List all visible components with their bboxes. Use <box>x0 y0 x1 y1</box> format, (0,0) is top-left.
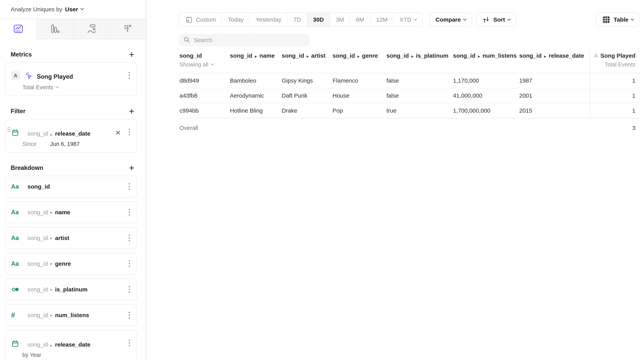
string-type-icon: Aa <box>11 235 20 242</box>
breakdown-kebab-menu[interactable] <box>127 259 132 269</box>
column-header-song-id[interactable]: song_id Showing all <box>179 50 230 73</box>
breakdown-property: song_id <box>28 183 50 190</box>
table-cell[interactable]: Flamenco <box>332 73 386 88</box>
filter-value[interactable]: Jun 6, 1987 <box>50 141 80 147</box>
search-input[interactable] <box>194 37 306 44</box>
table-cell[interactable]: 1,170,000 <box>453 73 519 88</box>
breakdown-card[interactable]: song_id ▸ is_platinum <box>5 279 137 300</box>
remove-filter-button[interactable]: × <box>116 128 120 137</box>
breakdown-property: artist <box>55 235 69 241</box>
breakdown-bucket[interactable]: by Year <box>22 352 41 358</box>
flow-icon <box>86 24 96 35</box>
table-cell[interactable]: false <box>386 88 453 103</box>
view-type-button[interactable]: Table <box>596 13 640 27</box>
range-7d[interactable]: 7D <box>287 13 307 27</box>
sort-button[interactable]: Sort <box>476 13 516 27</box>
metric-kebab-menu[interactable] <box>127 70 132 80</box>
filter-operator[interactable]: Since <box>22 141 36 147</box>
boolean-type-icon <box>11 286 20 293</box>
metric-value-cell[interactable]: 1 <box>590 88 640 103</box>
tab-flow[interactable] <box>73 19 110 39</box>
breakdown-kebab-menu[interactable] <box>127 233 132 243</box>
add-filter-button[interactable]: + <box>129 107 134 115</box>
column-header-genre[interactable]: song_id▸genre <box>332 50 386 73</box>
breakdown-kebab-menu[interactable] <box>127 338 132 348</box>
table-cell[interactable]: Bamboleo <box>230 73 281 88</box>
tab-scatter[interactable] <box>110 19 146 39</box>
overall-label: Overall <box>179 118 230 138</box>
breakdown-card[interactable]: Aa song_id ▸ artist <box>5 227 137 249</box>
analyze-by-selector[interactable]: User <box>65 6 83 13</box>
table-cell[interactable]: 1,700,000,000 <box>453 103 519 118</box>
column-header-artist[interactable]: song_id▸artist <box>281 50 332 73</box>
tab-bar-chart[interactable] <box>36 19 73 39</box>
metric-value-cell[interactable]: 1 <box>590 73 640 88</box>
table-cell[interactable]: Hotline Bling <box>230 103 281 118</box>
breakdown-kebab-menu[interactable] <box>127 182 132 191</box>
table-cell[interactable]: 1987 <box>519 73 590 88</box>
table-cell[interactable]: 2015 <box>519 103 590 118</box>
drag-handle[interactable] <box>7 128 10 132</box>
table-cell[interactable]: Aerodynamic <box>230 88 281 103</box>
column-header-is-platinum[interactable]: song_id▸is_platinum <box>386 50 453 73</box>
table-cell[interactable]: Gipsy Kings <box>281 73 332 88</box>
compare-button[interactable]: Compare <box>430 13 472 27</box>
range-6m[interactable]: 6M <box>350 13 370 27</box>
table-cell[interactable]: Drake <box>281 103 332 118</box>
metric-value-cell[interactable]: 1 <box>590 103 640 118</box>
range-12m[interactable]: 12M <box>370 13 394 27</box>
column-header-release-date[interactable]: song_id▸release_date <box>519 50 590 73</box>
app-window: Analyze Uniques by User <box>0 0 644 360</box>
add-metric-button[interactable]: + <box>129 51 134 59</box>
table-cell[interactable]: House <box>332 88 386 103</box>
table-grid-icon <box>602 16 610 24</box>
breakdown-kebab-menu[interactable] <box>127 310 132 320</box>
table-cell[interactable]: 41,000,000 <box>453 88 519 103</box>
breakdown-card[interactable]: # song_id ▸ num_listens <box>5 304 137 326</box>
filter-card[interactable]: song_id ▸ release_date × Since Jun 6, 19… <box>5 119 137 153</box>
breakdown-card[interactable]: Aa song_id ▸ name <box>5 201 137 223</box>
metric-card[interactable]: A Song Played Total Events <box>5 62 137 96</box>
filter-kebab-menu[interactable] <box>127 127 132 137</box>
crumb-arrow-icon: ▸ <box>50 210 52 215</box>
range-xtd[interactable]: XTD <box>394 13 422 27</box>
breakdown-property: num_listens <box>55 312 89 318</box>
breakdown-card[interactable]: Aa song_id <box>5 176 137 198</box>
column-header-num-listens[interactable]: song_id▸num_listens <box>453 50 519 73</box>
table-cell[interactable]: d8d949 <box>179 73 230 88</box>
table-cell[interactable]: c994bb <box>179 103 230 118</box>
table-search[interactable] <box>179 34 310 47</box>
breakdown-card[interactable]: song_id ▸ release_date by Year <box>5 330 137 360</box>
table-cell[interactable]: true <box>386 103 453 118</box>
breakdown-kebab-menu[interactable] <box>127 207 132 217</box>
showing-all-selector[interactable]: Showing all <box>180 61 228 68</box>
range-custom[interactable]: Custom <box>180 13 222 27</box>
table-cell[interactable]: 2001 <box>519 88 590 103</box>
calendar-icon <box>185 16 193 23</box>
range-30d[interactable]: 30D <box>307 13 330 27</box>
sidebar-body: Metrics + A Song Played <box>0 39 146 360</box>
analyze-label: Analyze Uniques by <box>11 6 62 13</box>
config-sidebar: Analyze Uniques by User <box>0 0 146 360</box>
breakdown-card[interactable]: Aa song_id ▸ genre <box>5 253 137 275</box>
range-3m[interactable]: 3M <box>330 13 350 27</box>
analyze-header: Analyze Uniques by User <box>0 0 146 19</box>
range-today[interactable]: Today <box>222 13 250 27</box>
search-icon <box>183 36 190 44</box>
table-cell[interactable]: false <box>386 73 453 88</box>
crumb-arrow-icon: ▸ <box>50 132 52 137</box>
column-header-metric[interactable]: ASong Played Total Events <box>590 50 640 73</box>
metric-measure-label: Total Events <box>22 84 53 91</box>
tab-line-chart[interactable] <box>0 19 36 39</box>
chevron-down-icon <box>463 17 466 21</box>
sort-arrows-icon <box>482 16 490 24</box>
breakdown-kebab-menu[interactable] <box>127 284 132 294</box>
table-cell[interactable]: Daft Punk <box>281 88 332 103</box>
chevron-down-icon <box>414 17 417 21</box>
column-header-name[interactable]: song_id▸name <box>230 50 281 73</box>
add-breakdown-button[interactable]: + <box>129 164 134 172</box>
table-cell[interactable]: Pop <box>332 103 386 118</box>
range-yesterday[interactable]: Yesterday <box>250 13 287 27</box>
table-cell[interactable]: a43fb8 <box>179 88 230 103</box>
metric-measure-selector[interactable]: Total Events <box>22 84 132 91</box>
